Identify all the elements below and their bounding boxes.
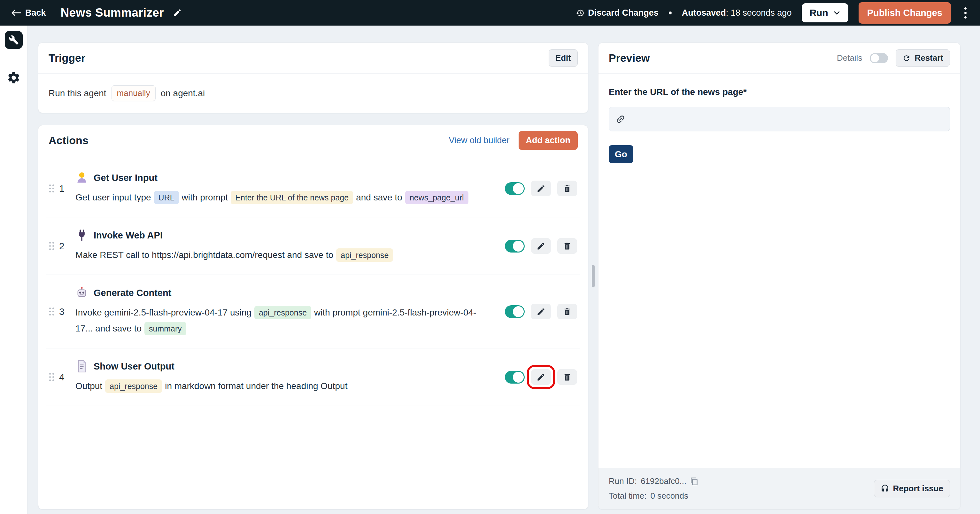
- action-number: 1: [59, 183, 65, 194]
- sidebar-item-settings[interactable]: [5, 69, 23, 87]
- action-list: 1Get User InputGet user input typeURLwit…: [38, 156, 588, 406]
- action-row-left: 3: [49, 306, 75, 317]
- action-row: 3Generate ContentInvoke gemini-2.5-flash…: [46, 275, 580, 349]
- chevron-down-icon: [833, 9, 841, 17]
- trigger-sentence-prefix: Run this agent: [49, 88, 107, 99]
- description-text: Output: [75, 381, 102, 391]
- robot-emoji-icon: [75, 286, 88, 299]
- action-description: Get user input typeURLwith promptEnter t…: [75, 189, 476, 205]
- drag-handle-icon[interactable]: [49, 185, 54, 193]
- delete-action-button[interactable]: [557, 181, 577, 196]
- variable-badge: Enter the URL of the news page: [231, 191, 353, 204]
- action-row-left: 2: [49, 241, 75, 251]
- action-content: Get User InputGet user input typeURLwith…: [75, 171, 505, 205]
- back-button[interactable]: Back: [11, 8, 46, 18]
- edit-action-button[interactable]: [531, 238, 551, 254]
- action-content: Invoke Web APIMake REST call to https://…: [75, 229, 505, 263]
- pencil-icon: [536, 307, 546, 316]
- go-button[interactable]: Go: [609, 145, 633, 163]
- back-arrow-icon: [11, 9, 21, 17]
- drag-handle-icon[interactable]: [49, 307, 54, 315]
- action-number: 3: [59, 306, 65, 317]
- run-label: Run: [809, 7, 828, 18]
- action-title-row: Get User Input: [75, 171, 496, 184]
- action-enabled-toggle[interactable]: [505, 305, 525, 318]
- sidebar: [0, 25, 27, 514]
- action-description: Outputapi_responsein markdown format und…: [75, 378, 476, 394]
- actions-card: Actions View old builder Add action 1Get…: [38, 125, 588, 509]
- action-row: 2Invoke Web APIMake REST call to https:/…: [46, 217, 580, 275]
- pencil-icon: [173, 8, 182, 17]
- variable-badge: summary: [145, 322, 186, 335]
- trash-icon: [563, 242, 572, 251]
- headset-icon: [881, 484, 889, 493]
- main-content: Trigger Edit Run this agent manually on …: [27, 25, 980, 514]
- toggle-knob: [513, 306, 524, 317]
- report-issue-button[interactable]: Report issue: [874, 480, 950, 497]
- rename-agent-button[interactable]: [173, 8, 182, 17]
- edit-action-button[interactable]: [531, 369, 551, 385]
- action-row-left: 1: [49, 183, 75, 194]
- trash-icon: [563, 184, 572, 193]
- action-title: Show User Output: [94, 361, 175, 372]
- document-emoji-icon: [75, 360, 88, 373]
- run-id-value: 6192bafc0...: [641, 476, 686, 486]
- action-controls: [505, 238, 577, 254]
- view-old-builder-link[interactable]: View old builder: [449, 135, 509, 145]
- action-title-row: Show User Output: [75, 360, 496, 373]
- discard-changes-label: Discard Changes: [588, 8, 659, 18]
- sidebar-item-builder[interactable]: [5, 31, 23, 49]
- restart-button[interactable]: Restart: [896, 49, 950, 67]
- run-button[interactable]: Run: [802, 3, 848, 22]
- restart-label: Restart: [915, 53, 943, 63]
- action-enabled-toggle[interactable]: [505, 371, 525, 384]
- edit-action-button[interactable]: [531, 181, 551, 196]
- action-number: 4: [59, 372, 65, 383]
- restart-icon: [902, 54, 911, 62]
- action-title: Generate Content: [94, 288, 171, 298]
- action-enabled-toggle[interactable]: [505, 182, 525, 195]
- scrollbar-thumb[interactable]: [592, 265, 595, 287]
- action-enabled-toggle[interactable]: [505, 240, 525, 253]
- trash-icon: [563, 307, 572, 316]
- edit-action-button[interactable]: [531, 304, 551, 319]
- action-content: Show User OutputOutputapi_responsein mar…: [75, 360, 505, 394]
- action-row-left: 4: [49, 372, 75, 383]
- trigger-sentence-suffix: on agent.ai: [161, 88, 205, 99]
- action-description: Invoke gemini-2.5-flash-preview-04-17 us…: [75, 305, 476, 337]
- toggle-knob: [513, 241, 524, 251]
- kebab-menu-button[interactable]: [961, 5, 970, 21]
- description-text: Make REST call to https://api.brightdata…: [75, 250, 333, 260]
- preview-card: Preview Details Restart Enter the URL of…: [598, 43, 961, 509]
- run-id-line: Run ID: 6192bafc0...: [609, 476, 698, 486]
- url-input[interactable]: [630, 114, 943, 124]
- plug-emoji-icon: [75, 229, 88, 242]
- action-controls: [505, 369, 577, 385]
- description-text: Get user input type: [75, 193, 151, 202]
- action-number: 2: [59, 241, 65, 251]
- action-row: 4Show User OutputOutputapi_responsein ma…: [46, 349, 580, 406]
- delete-action-button[interactable]: [557, 369, 577, 385]
- details-toggle[interactable]: [870, 53, 888, 63]
- delete-action-button[interactable]: [557, 304, 577, 319]
- actions-title: Actions: [49, 134, 89, 147]
- publish-changes-button[interactable]: Publish Changes: [859, 2, 951, 24]
- copy-run-id-button[interactable]: [690, 477, 698, 485]
- status-dot: [669, 11, 671, 14]
- toggle-knob: [513, 372, 524, 383]
- page-title: News Summarizer: [61, 6, 164, 19]
- person-emoji-icon: [75, 171, 88, 184]
- add-action-button[interactable]: Add action: [519, 131, 578, 150]
- discard-changes-button[interactable]: Discard Changes: [576, 8, 659, 18]
- history-icon: [576, 9, 584, 17]
- autosaved-label: Autosaved: [682, 8, 726, 18]
- drag-handle-icon[interactable]: [49, 242, 54, 250]
- total-time-line: Total time: 0 seconds: [609, 491, 698, 501]
- action-controls: [505, 181, 577, 196]
- pencil-icon: [536, 373, 546, 382]
- edit-trigger-button[interactable]: Edit: [549, 49, 578, 67]
- url-input-label: Enter the URL of the news page*: [609, 87, 950, 97]
- drag-handle-icon[interactable]: [49, 373, 54, 381]
- delete-action-button[interactable]: [557, 238, 577, 254]
- details-label: Details: [837, 53, 862, 63]
